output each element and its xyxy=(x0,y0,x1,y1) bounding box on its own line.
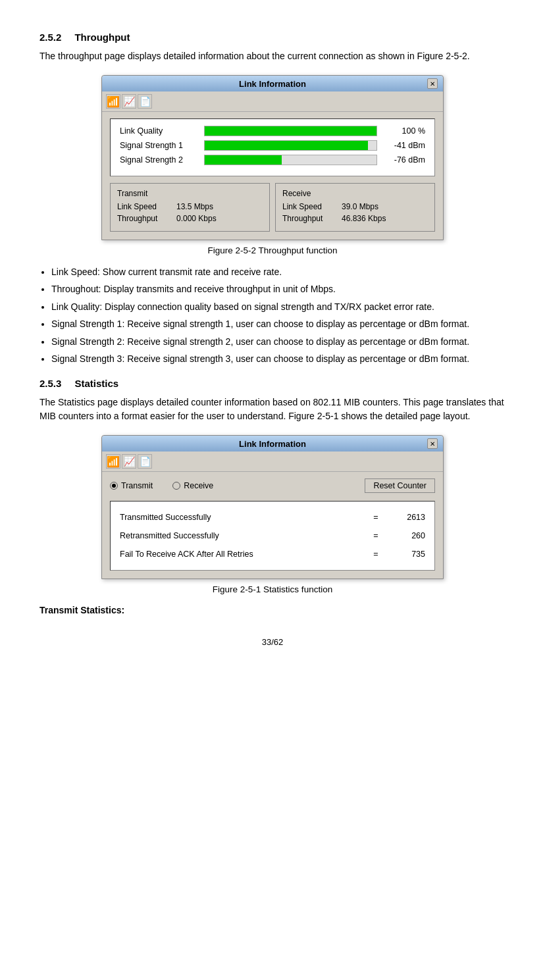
counter-row-1: Retransmitted Successfully = 260 xyxy=(120,527,425,545)
counter-eq-1: = xyxy=(366,531,386,540)
throughput-body: Link Quality 100 % Signal Strength 1 -41… xyxy=(102,112,443,240)
throughput-close-button[interactable]: ✕ xyxy=(427,78,438,89)
transmit-throughput-key: Throughput xyxy=(117,214,176,223)
signal-bar-container-2 xyxy=(204,155,377,165)
reset-counter-button[interactable]: Reset Counter xyxy=(365,478,435,493)
signal-bar-container-1 xyxy=(204,140,377,151)
signal-value-2: -76 dBm xyxy=(382,155,425,165)
doc-icon: 📄 xyxy=(138,94,152,109)
bullet-5: Signal Strength 2: Receive signal streng… xyxy=(51,334,506,349)
radio-receive-text: Receive xyxy=(184,481,213,490)
radio-transmit-label[interactable]: Transmit xyxy=(110,481,153,490)
counter-value-1: 260 xyxy=(386,531,425,540)
transmit-throughput-val: 0.000 Kbps xyxy=(176,214,217,223)
transmit-linkspeed-key: Link Speed xyxy=(117,202,176,211)
counter-row-2: Fail To Receive ACK After All Retries = … xyxy=(120,545,425,563)
signal-bar-2 xyxy=(205,155,282,165)
section-header-253: 2.5.3 Statistics xyxy=(39,378,506,389)
signal-bar-1 xyxy=(205,141,368,150)
signal-row-strength2: Signal Strength 2 -76 dBm xyxy=(120,155,425,165)
statistics-titlebar: Link Information ✕ xyxy=(102,436,443,451)
receive-box: Receive Link Speed 39.0 Mbps Throughput … xyxy=(275,183,435,232)
signal-value-1: -41 dBm xyxy=(382,141,425,150)
counter-eq-2: = xyxy=(366,550,386,559)
figure-252-caption: Figure 2-5-2 Throughput function xyxy=(207,245,337,255)
signal-panel: Link Quality 100 % Signal Strength 1 -41… xyxy=(110,118,435,176)
signal-label-link-quality: Link Quality xyxy=(120,126,199,136)
transmit-title: Transmit xyxy=(117,189,263,198)
signal-label-strength2: Signal Strength 2 xyxy=(120,155,199,165)
section-title-252: Throughput xyxy=(74,32,130,43)
statistics-close-button[interactable]: ✕ xyxy=(427,438,438,449)
section-252-bullets: Link Speed: Show current transmit rate a… xyxy=(51,265,506,366)
throughput-toolbar: 📶 📈 📄 xyxy=(102,91,443,112)
statistics-window-title: Link Information xyxy=(118,439,427,449)
radio-receive-label[interactable]: Receive xyxy=(172,481,213,490)
stats-graph-icon: 📈 xyxy=(122,454,136,469)
receive-linkspeed-key: Link Speed xyxy=(282,202,342,211)
transmit-receive-boxes: Transmit Link Speed 13.5 Mbps Throughput… xyxy=(110,183,435,232)
radio-transmit-text: Transmit xyxy=(121,481,153,490)
counter-eq-0: = xyxy=(366,513,386,522)
throughput-window-title: Link Information xyxy=(118,79,427,89)
section-number-253: 2.5.3 xyxy=(39,378,61,389)
statistics-toolbar: 📶 📈 📄 xyxy=(102,451,443,472)
signal-bar-0 xyxy=(205,126,376,136)
signal-row-link-quality: Link Quality 100 % xyxy=(120,126,425,136)
bullet-6: Signal Strength 3: Receive signal streng… xyxy=(51,351,506,366)
transmit-throughput-row: Throughput 0.000 Kbps xyxy=(117,214,263,223)
statistics-window: Link Information ✕ 📶 📈 📄 Transmit Receiv… xyxy=(101,435,444,579)
counter-name-0: Transmitted Successfully xyxy=(120,513,366,522)
receive-throughput-key: Throughput xyxy=(282,214,342,223)
signal-row-strength1: Signal Strength 1 -41 dBm xyxy=(120,140,425,151)
page-number: 33/62 xyxy=(39,637,506,647)
section-number-252: 2.5.2 xyxy=(39,32,61,43)
statistics-body: Transmit Receive Reset Counter Transmitt… xyxy=(102,472,443,579)
receive-linkspeed-row: Link Speed 39.0 Mbps xyxy=(282,202,428,211)
section-title-253: Statistics xyxy=(74,378,118,389)
transmit-linkspeed-val: 13.5 Mbps xyxy=(176,202,213,211)
graph-icon: 📈 xyxy=(122,94,136,109)
receive-throughput-row: Throughput 46.836 Kbps xyxy=(282,214,428,223)
radio-reset-row: Transmit Receive Reset Counter xyxy=(110,478,435,493)
counter-value-2: 735 xyxy=(386,550,425,559)
counter-name-2: Fail To Receive ACK After All Retries xyxy=(120,550,366,559)
figure-252: Link Information ✕ 📶 📈 📄 Link Quality 10… xyxy=(39,75,506,255)
counter-table: Transmitted Successfully = 2613 Retransm… xyxy=(110,501,435,571)
transmit-linkspeed-row: Link Speed 13.5 Mbps xyxy=(117,202,263,211)
transmit-box: Transmit Link Speed 13.5 Mbps Throughput… xyxy=(110,183,270,232)
figure-251: Link Information ✕ 📶 📈 📄 Transmit Receiv… xyxy=(39,435,506,594)
receive-linkspeed-val: 39.0 Mbps xyxy=(342,202,378,211)
signal-label-strength1: Signal Strength 1 xyxy=(120,141,199,150)
bullet-4: Signal Strength 1: Receive signal streng… xyxy=(51,317,506,331)
bullet-2: Throughout: Display transmits and receiv… xyxy=(51,282,506,296)
section-header-252: 2.5.2 Throughput xyxy=(39,32,506,43)
figure-251-caption: Figure 2-5-1 Statistics function xyxy=(213,584,332,594)
stats-doc-icon: 📄 xyxy=(138,454,152,469)
radio-receive-input[interactable] xyxy=(172,482,180,490)
radio-transmit-input[interactable] xyxy=(110,482,118,490)
bullet-3: Link Quality: Display connection quality… xyxy=(51,299,506,314)
counter-name-1: Retransmitted Successfully xyxy=(120,531,366,540)
wifi-icon: 📶 xyxy=(106,94,120,109)
stats-wifi-icon: 📶 xyxy=(106,454,120,469)
signal-value-0: 100 % xyxy=(382,126,425,136)
throughput-window: Link Information ✕ 📶 📈 📄 Link Quality 10… xyxy=(101,75,444,240)
receive-throughput-val: 46.836 Kbps xyxy=(342,214,386,223)
section-253-intro: The Statistics page displays detailed co… xyxy=(39,396,506,423)
counter-row-0: Transmitted Successfully = 2613 xyxy=(120,508,425,527)
transmit-statistics-label: Transmit Statistics: xyxy=(39,604,506,617)
section-252-intro: The throughput page displays detailed in… xyxy=(39,49,506,63)
bullet-1: Link Speed: Show current transmit rate a… xyxy=(51,265,506,279)
counter-value-0: 2613 xyxy=(386,513,425,522)
throughput-titlebar: Link Information ✕ xyxy=(102,76,443,91)
signal-bar-container-0 xyxy=(204,126,377,136)
receive-title: Receive xyxy=(282,189,428,198)
